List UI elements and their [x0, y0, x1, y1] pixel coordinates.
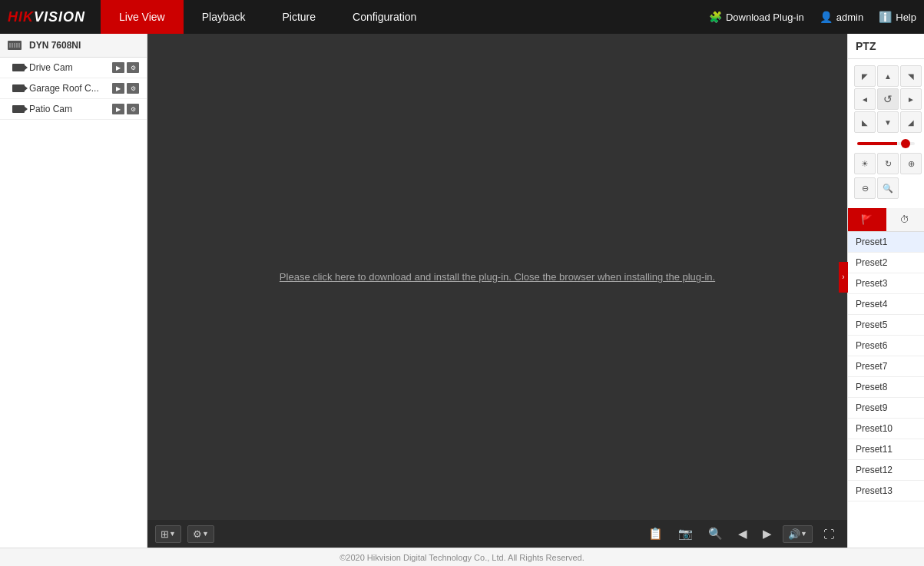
preset-item-5[interactable]: Preset5 [848, 315, 924, 336]
settings-btn[interactable]: ⚙ ▼ [188, 526, 214, 542]
tab-picture[interactable]: Picture [264, 0, 335, 34]
preset-item-12[interactable]: Preset12 [848, 460, 924, 481]
preset-tab-flag[interactable]: 🚩 [848, 208, 886, 231]
nav-right: 🧩 Download Plug-in 👤 admin ℹ️ Help [709, 11, 916, 23]
timer-icon: ⏱ [900, 214, 909, 225]
preset-item-2[interactable]: Preset2 [848, 253, 924, 273]
ptz-auxfocus-btn[interactable]: ⊕ [900, 153, 922, 174]
ptz-icon-row-1: ☀ ↻ ⊕ [854, 153, 918, 174]
help-btn[interactable]: ℹ️ Help [879, 11, 916, 23]
preset-item-8[interactable]: Preset8 [848, 377, 924, 398]
preset-item-7[interactable]: Preset7 [848, 356, 924, 377]
ptz-direction-grid: ◤ ▲ ◥ ◄ ↺ ► ◣ ▼ ◢ [854, 65, 918, 133]
footer: ©2020 Hikvision Digital Technology Co., … [0, 548, 924, 566]
video-main[interactable]: Please click here to download and instal… [147, 34, 847, 520]
ptz-icon-row-2: ⊖ 🔍 [854, 177, 918, 199]
preset-item-4[interactable]: Preset4 [848, 294, 924, 315]
grid-icon: ⊞ [161, 528, 169, 540]
ptz-panel: PTZ ◤ ▲ ◥ ◄ ↺ ► ◣ ▼ ◢ [847, 34, 924, 548]
layout-btn-group: ⊞ ▼ [155, 525, 181, 543]
cam-start-icon-garage[interactable]: ▶ [112, 83, 124, 94]
cam-actions-garage: ▶ ⚙ [112, 83, 139, 94]
tab-playback[interactable]: Playback [184, 0, 264, 34]
next-btn[interactable]: ▶ [758, 525, 777, 543]
ptz-collapse-btn[interactable]: › [839, 262, 848, 293]
volume-arrow: ▼ [800, 530, 807, 538]
tab-configuration[interactable]: Configuration [334, 0, 435, 34]
capture-btn[interactable]: 📋 [644, 525, 667, 543]
tab-live-view[interactable]: Live View [101, 0, 184, 34]
ptz-zoom-thumb[interactable] [901, 139, 910, 148]
ptz-iris-btn[interactable]: 🔍 [877, 177, 899, 199]
ptz-zoom-reset-btn[interactable]: ⊖ [854, 177, 876, 199]
download-plugin-label: Download Plug-in [726, 12, 804, 23]
ptz-e-btn[interactable]: ► [900, 88, 922, 110]
ptz-n-btn[interactable]: ▲ [877, 65, 899, 87]
cam-actions-patio: ▶ ⚙ [112, 104, 139, 114]
sidebar-device: DYN 7608NI [0, 34, 147, 58]
plugin-download-link[interactable]: Please click here to download and instal… [280, 271, 715, 283]
device-label: DYN 7608NI [29, 40, 81, 51]
video-area-wrapper: Please click here to download and instal… [147, 34, 924, 548]
ptz-nw-btn[interactable]: ◤ [854, 65, 876, 87]
ptz-s-btn[interactable]: ▼ [877, 111, 899, 133]
video-toolbar: ⊞ ▼ ⚙ ▼ 📋 📷 🔍 [147, 520, 847, 548]
cam-settings-icon-patio[interactable]: ⚙ [127, 104, 139, 114]
preset-item-3[interactable]: Preset3 [848, 273, 924, 294]
cam-icon-garage [12, 84, 25, 92]
logo: HIKVISION [8, 9, 85, 25]
cam-settings-icon-drive[interactable]: ⚙ [127, 62, 139, 73]
ptz-se-btn[interactable]: ◢ [900, 111, 922, 133]
preset-item-6[interactable]: Preset6 [848, 336, 924, 356]
cam-start-icon-patio[interactable]: ▶ [112, 104, 124, 114]
preset-item-13[interactable]: Preset13 [848, 481, 924, 501]
preset-item-11[interactable]: Preset11 [848, 439, 924, 460]
ptz-center-btn[interactable]: ↺ [877, 88, 899, 110]
ptz-zoom-slider[interactable] [857, 142, 915, 145]
snapshot-btn[interactable]: 📷 [674, 525, 697, 543]
layout-arrow: ▼ [169, 530, 176, 538]
sidebar-item-drive-cam[interactable]: Drive Cam ▶ ⚙ [0, 58, 147, 78]
cam-actions-drive: ▶ ⚙ [112, 62, 139, 73]
patio-cam-label: Patio Cam [29, 104, 112, 114]
fullscreen-btn[interactable]: ⛶ [819, 525, 840, 543]
settings-icon: ⚙ [193, 528, 202, 540]
video-area: Please click here to download and instal… [147, 34, 847, 548]
download-plugin-btn[interactable]: 🧩 Download Plug-in [709, 11, 804, 23]
settings-btn-group: ⚙ ▼ [187, 525, 214, 543]
preset-tab-timer[interactable]: ⏱ [886, 208, 925, 231]
ptz-title: PTZ [848, 34, 924, 59]
zoom-out-icon: 🔍 [708, 527, 723, 541]
preset-tabs: 🚩 ⏱ [848, 208, 924, 232]
flag-icon: 🚩 [861, 214, 873, 225]
ptz-controls: ◤ ▲ ◥ ◄ ↺ ► ◣ ▼ ◢ [848, 59, 924, 208]
zoom-out-btn[interactable]: 🔍 [704, 525, 727, 543]
cam-start-icon-drive[interactable]: ▶ [112, 62, 124, 73]
nvr-icon [8, 41, 22, 50]
layout-btn[interactable]: ⊞ ▼ [156, 526, 180, 542]
cam-icon-patio [12, 105, 25, 113]
main-layout: DYN 7608NI Drive Cam ▶ ⚙ Garage Roof C..… [0, 34, 924, 548]
ptz-light-btn[interactable]: ☀ [854, 153, 876, 174]
preset-item-1[interactable]: Preset1 [848, 232, 924, 253]
ptz-wiper-btn[interactable]: ↻ [877, 153, 899, 174]
sidebar-item-patio-cam[interactable]: Patio Cam ▶ ⚙ [0, 99, 147, 120]
copyright-text: ©2020 Hikvision Digital Technology Co., … [339, 553, 585, 562]
nav-tabs: Live View Playback Picture Configuration [101, 0, 709, 34]
sidebar-item-garage-cam[interactable]: Garage Roof C... ▶ ⚙ [0, 78, 147, 99]
admin-btn[interactable]: 👤 admin [820, 11, 863, 23]
preset-list: Preset1 Preset2 Preset3 Preset4 Preset5 … [848, 232, 924, 548]
next-icon: ▶ [763, 527, 772, 541]
preset-item-10[interactable]: Preset10 [848, 419, 924, 439]
sidebar: DYN 7608NI Drive Cam ▶ ⚙ Garage Roof C..… [0, 34, 147, 548]
ptz-ne-btn[interactable]: ◥ [900, 65, 922, 87]
help-label: Help [896, 12, 916, 23]
cam-settings-icon-garage[interactable]: ⚙ [127, 83, 139, 94]
preset-item-9[interactable]: Preset9 [848, 398, 924, 419]
ptz-w-btn[interactable]: ◄ [854, 88, 876, 110]
ptz-sw-btn[interactable]: ◣ [854, 111, 876, 133]
cam-icon-drive [12, 64, 25, 71]
top-nav: HIKVISION Live View Playback Picture Con… [0, 0, 924, 34]
volume-btn[interactable]: 🔊 ▼ [783, 526, 812, 542]
prev-btn[interactable]: ◀ [734, 525, 752, 543]
